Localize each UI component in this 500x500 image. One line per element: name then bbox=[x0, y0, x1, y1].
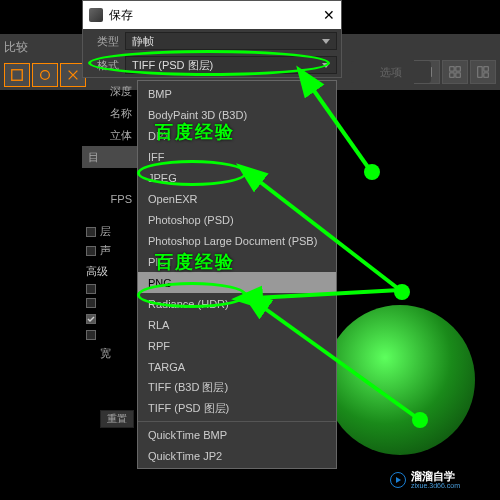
format-option[interactable]: Photoshop (PSD) bbox=[138, 209, 336, 230]
close-icon[interactable]: ✕ bbox=[323, 7, 335, 23]
save-dialog: 保存 ✕ 类型 静帧 格式 TIFF (PSD 图层) 选项 bbox=[82, 0, 342, 78]
type-row: 类型 静帧 bbox=[83, 29, 341, 53]
grid-icon-3[interactable] bbox=[470, 60, 496, 84]
svg-rect-9 bbox=[484, 73, 488, 77]
format-option[interactable]: BodyPaint 3D (B3D) bbox=[138, 104, 336, 125]
logo-badge: 溜溜自学 zixue.3d66.com bbox=[384, 466, 494, 494]
check-3[interactable] bbox=[82, 310, 138, 328]
format-value: TIFF (PSD 图层) bbox=[132, 58, 213, 73]
svg-rect-7 bbox=[478, 67, 482, 78]
svg-rect-6 bbox=[456, 73, 460, 77]
grid-icon-2[interactable] bbox=[442, 60, 468, 84]
render-sphere bbox=[325, 305, 475, 455]
side-labels-panel: 深度 名称 立体 目 FPS 层 声 高级 宽 bbox=[82, 80, 138, 364]
svg-point-1 bbox=[41, 71, 50, 80]
advanced-label[interactable]: 高级 bbox=[82, 260, 138, 282]
type-dropdown[interactable]: 静帧 bbox=[125, 32, 337, 50]
format-option[interactable]: Photoshop Large Document (PSB) bbox=[138, 230, 336, 251]
format-option[interactable]: PICT bbox=[138, 251, 336, 272]
depth-label: 深度 bbox=[82, 80, 138, 102]
format-dropdown-list: BMPBodyPaint 3D (B3D)DPXIFFJPEGOpenEXRPh… bbox=[137, 80, 337, 469]
format-label: 格式 bbox=[87, 58, 119, 73]
format-option[interactable]: PNG bbox=[138, 272, 336, 293]
app-icon bbox=[89, 8, 103, 22]
solid-label: 立体 bbox=[82, 124, 138, 146]
format-option[interactable]: QuickTime BMP bbox=[138, 424, 336, 445]
svg-rect-3 bbox=[450, 67, 454, 71]
svg-rect-4 bbox=[456, 67, 460, 71]
tool-icon-2[interactable] bbox=[32, 63, 58, 87]
format-option[interactable]: OpenEXR bbox=[138, 188, 336, 209]
compare-label: 比较 bbox=[4, 39, 28, 56]
logo-text-cn: 溜溜自学 bbox=[411, 471, 460, 482]
sound-checkbox[interactable]: 声 bbox=[82, 241, 138, 260]
format-dropdown[interactable]: TIFF (PSD 图层) bbox=[125, 56, 337, 74]
check-1[interactable] bbox=[82, 282, 138, 296]
chevron-down-icon bbox=[322, 39, 330, 44]
chevron-down-icon bbox=[322, 63, 330, 68]
play-icon bbox=[390, 472, 406, 488]
check-4[interactable] bbox=[82, 328, 138, 342]
tab-label[interactable]: 目 bbox=[82, 146, 138, 168]
options-button[interactable]: 选项 bbox=[351, 61, 431, 83]
fps-label: FPS bbox=[82, 188, 138, 210]
format-option[interactable]: DPX bbox=[138, 125, 336, 146]
width-label: 宽 bbox=[82, 342, 138, 364]
format-row: 格式 TIFF (PSD 图层) bbox=[83, 53, 341, 77]
format-option[interactable]: JPEG bbox=[138, 167, 336, 188]
tool-icon-1[interactable] bbox=[4, 63, 30, 87]
format-option[interactable]: QuickTime JP2 bbox=[138, 445, 336, 466]
svg-rect-0 bbox=[12, 70, 23, 81]
logo-text-url: zixue.3d66.com bbox=[411, 482, 460, 489]
reset-button[interactable]: 重置 bbox=[100, 410, 134, 428]
dialog-title: 保存 bbox=[109, 7, 317, 24]
layer-checkbox[interactable]: 层 bbox=[82, 222, 138, 241]
dialog-titlebar: 保存 ✕ bbox=[83, 1, 341, 29]
check-2[interactable] bbox=[82, 296, 138, 310]
type-label: 类型 bbox=[87, 34, 119, 49]
svg-rect-8 bbox=[484, 67, 488, 71]
format-option[interactable]: TIFF (B3D 图层) bbox=[138, 377, 336, 398]
svg-point-14 bbox=[364, 164, 380, 180]
svg-point-15 bbox=[394, 284, 410, 300]
svg-rect-5 bbox=[450, 73, 454, 77]
name-label: 名称 bbox=[82, 102, 138, 124]
type-value: 静帧 bbox=[132, 34, 154, 49]
format-option[interactable]: TIFF (PSD 图层) bbox=[138, 398, 336, 419]
format-option[interactable]: Radiance (HDR) bbox=[138, 293, 336, 314]
format-option[interactable]: TARGA bbox=[138, 356, 336, 377]
format-option[interactable]: RPF bbox=[138, 335, 336, 356]
format-option[interactable]: RLA bbox=[138, 314, 336, 335]
format-option[interactable]: BMP bbox=[138, 83, 336, 104]
format-option[interactable]: IFF bbox=[138, 146, 336, 167]
